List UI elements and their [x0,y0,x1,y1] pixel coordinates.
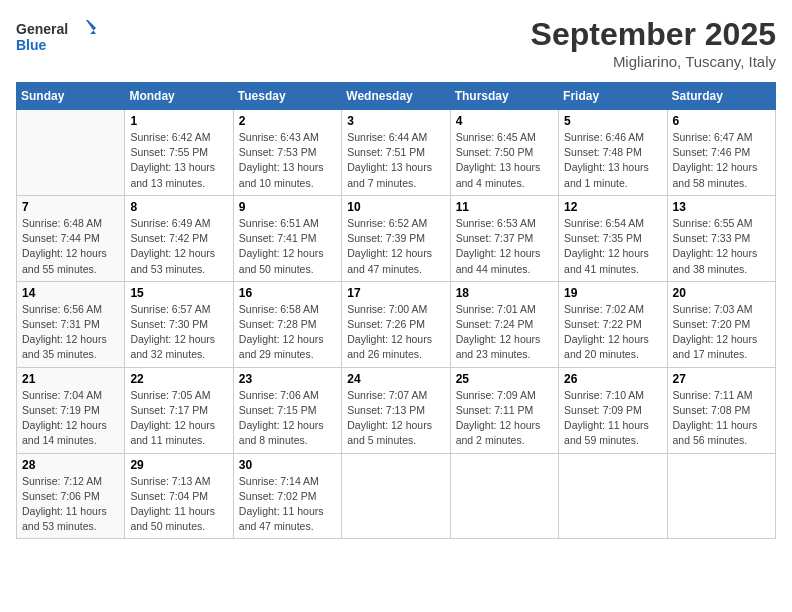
calendar-cell: 5Sunrise: 6:46 AM Sunset: 7:48 PM Daylig… [559,110,667,196]
day-number: 15 [130,286,227,300]
day-info: Sunrise: 6:51 AM Sunset: 7:41 PM Dayligh… [239,216,336,277]
day-info: Sunrise: 7:09 AM Sunset: 7:11 PM Dayligh… [456,388,553,449]
day-info: Sunrise: 7:00 AM Sunset: 7:26 PM Dayligh… [347,302,444,363]
logo: General Blue [16,16,96,60]
calendar-cell: 7Sunrise: 6:48 AM Sunset: 7:44 PM Daylig… [17,195,125,281]
day-number: 7 [22,200,119,214]
calendar-cell: 19Sunrise: 7:02 AM Sunset: 7:22 PM Dayli… [559,281,667,367]
day-number: 5 [564,114,661,128]
weekday-header-wednesday: Wednesday [342,83,450,110]
calendar-cell: 15Sunrise: 6:57 AM Sunset: 7:30 PM Dayli… [125,281,233,367]
calendar-cell: 16Sunrise: 6:58 AM Sunset: 7:28 PM Dayli… [233,281,341,367]
svg-marker-2 [86,20,96,34]
weekday-header-friday: Friday [559,83,667,110]
day-info: Sunrise: 7:07 AM Sunset: 7:13 PM Dayligh… [347,388,444,449]
calendar-cell: 9Sunrise: 6:51 AM Sunset: 7:41 PM Daylig… [233,195,341,281]
day-number: 12 [564,200,661,214]
day-info: Sunrise: 6:53 AM Sunset: 7:37 PM Dayligh… [456,216,553,277]
page-header: General Blue September 2025 Migliarino, … [16,16,776,70]
calendar-cell: 27Sunrise: 7:11 AM Sunset: 7:08 PM Dayli… [667,367,775,453]
day-info: Sunrise: 6:56 AM Sunset: 7:31 PM Dayligh… [22,302,119,363]
day-number: 11 [456,200,553,214]
day-number: 3 [347,114,444,128]
day-info: Sunrise: 6:49 AM Sunset: 7:42 PM Dayligh… [130,216,227,277]
day-info: Sunrise: 7:11 AM Sunset: 7:08 PM Dayligh… [673,388,770,449]
day-number: 26 [564,372,661,386]
calendar-week-4: 21Sunrise: 7:04 AM Sunset: 7:19 PM Dayli… [17,367,776,453]
calendar-cell: 11Sunrise: 6:53 AM Sunset: 7:37 PM Dayli… [450,195,558,281]
calendar-cell [559,453,667,539]
day-info: Sunrise: 6:44 AM Sunset: 7:51 PM Dayligh… [347,130,444,191]
day-number: 16 [239,286,336,300]
day-info: Sunrise: 7:12 AM Sunset: 7:06 PM Dayligh… [22,474,119,535]
calendar-cell: 30Sunrise: 7:14 AM Sunset: 7:02 PM Dayli… [233,453,341,539]
day-number: 30 [239,458,336,472]
day-info: Sunrise: 6:55 AM Sunset: 7:33 PM Dayligh… [673,216,770,277]
calendar-cell: 25Sunrise: 7:09 AM Sunset: 7:11 PM Dayli… [450,367,558,453]
calendar-cell: 24Sunrise: 7:07 AM Sunset: 7:13 PM Dayli… [342,367,450,453]
calendar-cell: 3Sunrise: 6:44 AM Sunset: 7:51 PM Daylig… [342,110,450,196]
day-number: 23 [239,372,336,386]
weekday-header-sunday: Sunday [17,83,125,110]
day-info: Sunrise: 6:57 AM Sunset: 7:30 PM Dayligh… [130,302,227,363]
svg-text:Blue: Blue [16,37,47,53]
day-number: 24 [347,372,444,386]
day-info: Sunrise: 7:14 AM Sunset: 7:02 PM Dayligh… [239,474,336,535]
day-info: Sunrise: 7:10 AM Sunset: 7:09 PM Dayligh… [564,388,661,449]
calendar-week-3: 14Sunrise: 6:56 AM Sunset: 7:31 PM Dayli… [17,281,776,367]
day-number: 20 [673,286,770,300]
calendar-cell: 1Sunrise: 6:42 AM Sunset: 7:55 PM Daylig… [125,110,233,196]
day-number: 18 [456,286,553,300]
title-block: September 2025 Migliarino, Tuscany, Ital… [531,16,776,70]
calendar-cell: 13Sunrise: 6:55 AM Sunset: 7:33 PM Dayli… [667,195,775,281]
day-info: Sunrise: 6:48 AM Sunset: 7:44 PM Dayligh… [22,216,119,277]
weekday-header-tuesday: Tuesday [233,83,341,110]
day-number: 4 [456,114,553,128]
day-info: Sunrise: 7:03 AM Sunset: 7:20 PM Dayligh… [673,302,770,363]
calendar-cell: 28Sunrise: 7:12 AM Sunset: 7:06 PM Dayli… [17,453,125,539]
day-number: 1 [130,114,227,128]
calendar-cell: 20Sunrise: 7:03 AM Sunset: 7:20 PM Dayli… [667,281,775,367]
calendar-cell [342,453,450,539]
day-info: Sunrise: 7:05 AM Sunset: 7:17 PM Dayligh… [130,388,227,449]
weekday-header-thursday: Thursday [450,83,558,110]
day-number: 10 [347,200,444,214]
day-info: Sunrise: 7:04 AM Sunset: 7:19 PM Dayligh… [22,388,119,449]
calendar-cell: 4Sunrise: 6:45 AM Sunset: 7:50 PM Daylig… [450,110,558,196]
calendar-cell [450,453,558,539]
day-info: Sunrise: 6:58 AM Sunset: 7:28 PM Dayligh… [239,302,336,363]
day-info: Sunrise: 7:13 AM Sunset: 7:04 PM Dayligh… [130,474,227,535]
day-info: Sunrise: 6:42 AM Sunset: 7:55 PM Dayligh… [130,130,227,191]
calendar-cell: 2Sunrise: 6:43 AM Sunset: 7:53 PM Daylig… [233,110,341,196]
calendar-cell: 12Sunrise: 6:54 AM Sunset: 7:35 PM Dayli… [559,195,667,281]
day-number: 9 [239,200,336,214]
weekday-header-saturday: Saturday [667,83,775,110]
day-number: 28 [22,458,119,472]
calendar-cell: 29Sunrise: 7:13 AM Sunset: 7:04 PM Dayli… [125,453,233,539]
day-number: 17 [347,286,444,300]
day-info: Sunrise: 6:47 AM Sunset: 7:46 PM Dayligh… [673,130,770,191]
calendar-cell: 8Sunrise: 6:49 AM Sunset: 7:42 PM Daylig… [125,195,233,281]
weekday-header-monday: Monday [125,83,233,110]
calendar-week-5: 28Sunrise: 7:12 AM Sunset: 7:06 PM Dayli… [17,453,776,539]
day-number: 22 [130,372,227,386]
day-info: Sunrise: 7:02 AM Sunset: 7:22 PM Dayligh… [564,302,661,363]
day-number: 8 [130,200,227,214]
day-info: Sunrise: 6:54 AM Sunset: 7:35 PM Dayligh… [564,216,661,277]
calendar-cell: 26Sunrise: 7:10 AM Sunset: 7:09 PM Dayli… [559,367,667,453]
day-info: Sunrise: 6:52 AM Sunset: 7:39 PM Dayligh… [347,216,444,277]
day-info: Sunrise: 6:46 AM Sunset: 7:48 PM Dayligh… [564,130,661,191]
day-number: 13 [673,200,770,214]
month-title: September 2025 [531,16,776,53]
location-subtitle: Migliarino, Tuscany, Italy [531,53,776,70]
day-number: 21 [22,372,119,386]
calendar-cell: 18Sunrise: 7:01 AM Sunset: 7:24 PM Dayli… [450,281,558,367]
day-number: 19 [564,286,661,300]
calendar-cell: 10Sunrise: 6:52 AM Sunset: 7:39 PM Dayli… [342,195,450,281]
day-info: Sunrise: 7:01 AM Sunset: 7:24 PM Dayligh… [456,302,553,363]
day-number: 14 [22,286,119,300]
day-info: Sunrise: 6:43 AM Sunset: 7:53 PM Dayligh… [239,130,336,191]
calendar-cell: 22Sunrise: 7:05 AM Sunset: 7:17 PM Dayli… [125,367,233,453]
day-number: 27 [673,372,770,386]
calendar-week-2: 7Sunrise: 6:48 AM Sunset: 7:44 PM Daylig… [17,195,776,281]
